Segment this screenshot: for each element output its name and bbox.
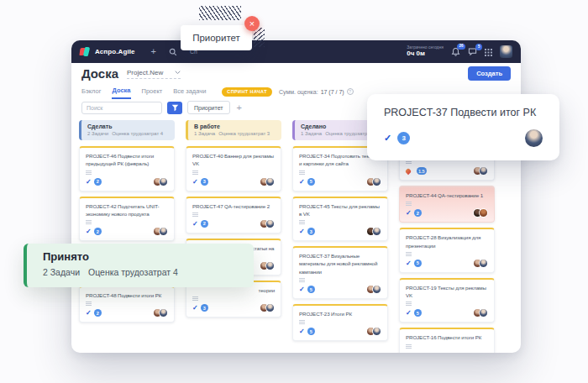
check-icon: ✓	[192, 220, 198, 228]
check-icon: ✓	[192, 178, 198, 186]
kanban-card[interactable]: PROJECT-48 Подвести итоги РК ✓2	[79, 286, 175, 323]
kanban-card[interactable]: PROJECT-42 Подсчитать UNIT-экономику нов…	[79, 197, 175, 242]
decorative-hatch	[254, 28, 265, 47]
avatar	[479, 166, 488, 176]
estimate-badge: 5	[307, 178, 315, 186]
tooltip-label: Приоритет	[192, 33, 240, 43]
close-icon[interactable]: ×	[244, 16, 260, 31]
estimate-badge: 2	[94, 309, 102, 317]
avatar	[159, 177, 168, 186]
description-icon	[86, 302, 92, 302]
accepted-meta: 2 ЗадачиОценка трудозатрат 4	[43, 267, 254, 277]
estimate-badge: 5	[414, 309, 422, 317]
tab-board[interactable]: Доска	[112, 87, 130, 99]
description-icon	[299, 320, 305, 321]
card-title: PROJECT-16 Подвести итоги РК	[406, 333, 488, 341]
description-icon	[192, 296, 198, 297]
card-title: теории	[192, 286, 275, 294]
priority-tooltip: Приоритет ×	[181, 25, 252, 50]
kanban-card[interactable]: PROJECT-19 Тексты для рекламы VK ✓5	[399, 278, 495, 323]
avatar	[159, 227, 168, 236]
priority-filter-chip[interactable]: Приоритет	[187, 101, 230, 114]
check-icon: ✓	[86, 178, 92, 186]
kanban-card[interactable]: PROJECT-37 Визуальные материалы для ново…	[292, 246, 388, 299]
check-icon: ✓	[406, 260, 412, 267]
avatar	[372, 177, 381, 186]
kanban-card[interactable]: PROJECT-28 Визуализация для презентации …	[399, 228, 495, 273]
kanban-card[interactable]: PROJECT-45 Тексты для рекламы в VK ✓3	[292, 197, 388, 242]
notifications-bell-icon[interactable]: 26	[451, 47, 460, 57]
estimate-badge: 5	[307, 328, 315, 335]
estimate-badge: 2	[94, 228, 102, 235]
check-icon: ✓	[299, 328, 305, 335]
tab-backlog[interactable]: Бэклог	[81, 87, 101, 98]
card-title: PROJECT-37 Визуальные материалы для ново…	[299, 252, 381, 275]
floating-task-card[interactable]: PROJECT-37 Подвести итог РК ✓ 3	[367, 94, 559, 160]
estimate-badge: 3	[201, 304, 208, 312]
kanban-card[interactable]: PROJECT-47 QA-тестирование 2 ✓2	[186, 197, 281, 233]
avatar	[372, 285, 381, 294]
description-icon	[299, 171, 305, 171]
avatar	[372, 327, 381, 336]
card-title: PROJECT-46 Подвести итоги предыдущей РК …	[86, 152, 168, 168]
search-input[interactable]	[81, 102, 162, 114]
description-icon	[406, 202, 412, 202]
estimate-badge: 2	[201, 220, 208, 228]
avatar	[479, 308, 488, 317]
description-icon	[299, 278, 305, 279]
check-icon: ✓	[299, 178, 305, 186]
estimate-badge: 5	[414, 260, 422, 267]
avatar	[265, 219, 275, 228]
user-avatar[interactable]	[500, 45, 512, 58]
tab-project[interactable]: Проект	[142, 87, 163, 98]
card-title: PROJECT-48 Подвести итоги РК	[86, 291, 168, 299]
description-icon	[86, 220, 92, 221]
avatar	[265, 177, 275, 186]
check-icon: ✓	[406, 309, 412, 317]
check-icon: ✓	[86, 228, 92, 235]
avatar	[525, 129, 543, 147]
kanban-card[interactable]: PROJECT-40 Баннер для рекламы VK ✓3	[186, 146, 281, 192]
app-window: Аспро.Agile + Сп Затрачено сегодня 0ч 0м…	[71, 40, 521, 353]
card-title: PROJECT-42 Подсчитать UNIT-экономику нов…	[86, 202, 168, 218]
card-title: PROJECT-37 Подвести итог РК	[384, 107, 543, 118]
description-icon	[406, 252, 412, 253]
search-icon[interactable]	[169, 48, 177, 56]
time-tracker[interactable]: Затрачено сегодня 0ч 0м	[407, 45, 444, 57]
add-filter-button[interactable]: +	[235, 103, 244, 113]
help-icon[interactable]: ?	[347, 88, 354, 95]
kanban-card[interactable]: PROJECT-46 Подвести итоги предыдущей РК …	[79, 146, 175, 192]
description-icon	[86, 171, 92, 171]
avatar	[265, 303, 275, 312]
avatar	[479, 259, 488, 268]
description-icon	[406, 344, 412, 345]
card-title: PROJECT-45 Тексты для рекламы в VK	[299, 202, 381, 218]
description-icon	[192, 171, 198, 171]
column-header[interactable]: В работе 1 ЗадачаОценка трудозатрат 3	[186, 120, 281, 140]
filter-button[interactable]	[167, 102, 182, 114]
check-icon: ✓	[299, 286, 305, 293]
avatar	[479, 208, 488, 218]
messages-icon[interactable]: 5	[468, 47, 477, 56]
app-logo-icon	[80, 47, 89, 56]
check-icon: ✓	[406, 209, 412, 217]
tab-all-tasks[interactable]: Все задачи	[173, 87, 206, 98]
apps-grid-icon[interactable]	[485, 45, 492, 60]
create-button[interactable]: Создать	[468, 66, 511, 81]
brand-title: Аспро.Agile	[95, 48, 135, 55]
kanban-card[interactable]: PROJECT-23 Итоги РК ✓5	[292, 304, 388, 341]
add-icon[interactable]: +	[151, 47, 156, 56]
page-title: Доска	[81, 66, 118, 81]
check-icon: ✓	[299, 228, 305, 235]
kanban-card[interactable]: PROJECT-16 Подвести итоги РК	[399, 328, 495, 353]
decorative-hatch	[199, 6, 241, 20]
board-selector[interactable]: Project.New	[127, 69, 181, 79]
description-icon	[299, 220, 305, 221]
kanban-card-overdue[interactable]: PROJECT-44 QA-тестирование 1 ✓2	[399, 186, 495, 223]
column-header[interactable]: Сделать 2 ЗадачиОценка трудозатрат 4	[79, 120, 175, 140]
description-icon	[406, 302, 412, 302]
card-title: PROJECT-40 Баннер для рекламы VK	[192, 152, 275, 168]
bell-badge: 26	[457, 44, 465, 50]
top-navbar: Аспро.Agile + Сп Затрачено сегодня 0ч 0м…	[71, 40, 521, 63]
description-icon	[192, 212, 198, 213]
